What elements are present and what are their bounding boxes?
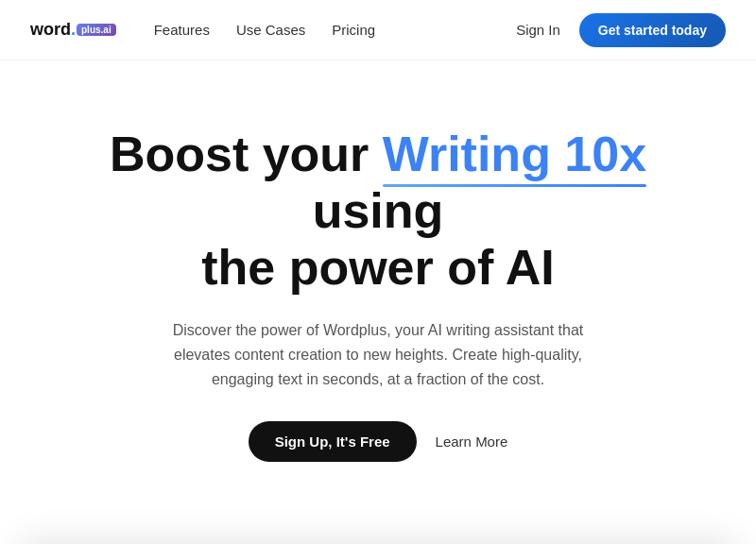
learn-more-button[interactable]: Learn More [436,434,508,450]
logo-word: word [30,20,71,40]
nav-link-features[interactable]: Features [154,22,210,38]
navbar: word.plus.ai Features Use Cases Pricing … [0,0,756,60]
logo-dot: . [71,20,76,40]
nav-links: Features Use Cases Pricing [154,22,375,38]
hero-highlight: Writing 10x [383,127,646,183]
nav-right: Sign In Get started today [516,13,726,47]
sign-in-link[interactable]: Sign In [516,22,560,38]
hero-description: Discover the power of Wordplus, your AI … [151,318,605,391]
logo[interactable]: word.plus.ai [30,20,116,40]
nav-link-use-cases[interactable]: Use Cases [236,22,305,38]
hero-section: Boost your Writing 10x using the power o… [0,60,756,509]
logo-badge: plus.ai [77,24,116,36]
hero-headline: Boost your Writing 10x using the power o… [38,127,718,296]
hero-buttons: Sign Up, It's Free Learn More [19,421,737,462]
get-started-button[interactable]: Get started today [579,13,726,47]
nav-link-pricing[interactable]: Pricing [332,22,375,38]
signup-button[interactable]: Sign Up, It's Free [249,421,417,462]
